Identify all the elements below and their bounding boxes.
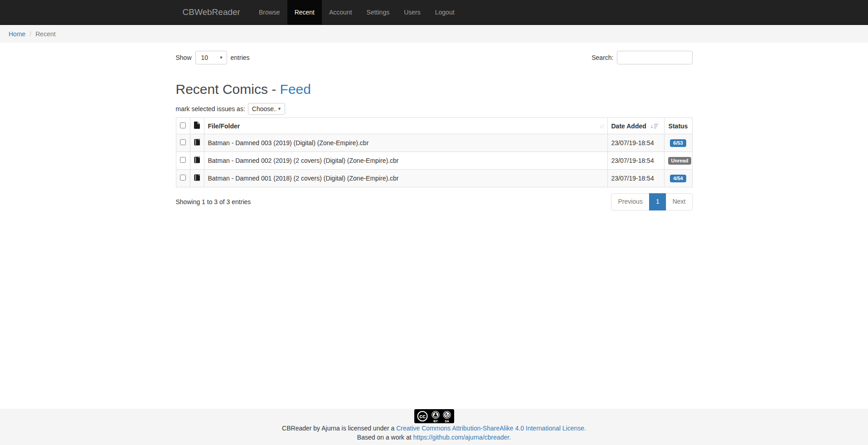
date-added: 23/07/19-18:54 [607,170,664,187]
pagination-next: Next [666,193,693,210]
nav-item-logout: Logout [428,0,462,24]
page-size-select-wrap: 10 ▼ [195,51,227,64]
main-content: Show 10 ▼ entries Search: Recent Comics … [176,43,693,409]
column-header-date-added[interactable]: Date Added ↓ [607,118,664,134]
book-icon [194,156,200,163]
table-row: Batman - Damned 002 (2019) (2 covers) (D… [176,152,692,170]
file-folder-header-label: File/Folder [208,122,240,130]
nav-link-browse[interactable]: Browse [252,0,287,24]
pagination-page-1-link[interactable]: 1 [649,193,666,210]
sort-unsorted-icon: ↓↑ [600,122,604,129]
table-toolbar: Show 10 ▼ entries Search: [176,51,693,64]
search-input[interactable] [617,51,693,64]
license-line: CBReader by Ajurna is licensed under a C… [282,425,586,432]
mark-selected-label: mark selected issues as: [176,105,245,112]
pagination-page-1: 1 [650,193,666,210]
column-header-status: Status [664,118,692,134]
breadcrumb: Home / Recent [0,25,868,43]
mark-select-wrap: Choose... ▼ [248,103,285,115]
row-checkbox[interactable] [180,139,186,145]
pagination-next-link[interactable]: Next [666,193,693,210]
search-control: Search: [592,51,692,64]
github-link[interactable]: https://github.com/ajurna/cbreader. [413,434,511,441]
nav-item-users: Users [397,0,428,24]
svg-text:cc: cc [419,413,426,420]
nav-item-recent: Recent [287,0,322,24]
file-name[interactable]: Batman - Damned 002 (2019) (2 covers) (D… [204,152,607,170]
footer: cc BY ↻ SA CBReader by Ajurna is license… [0,409,868,445]
select-all-header [176,118,190,134]
nav-menu: Browse Recent Account Settings Users Log… [252,0,462,24]
file-name[interactable]: Batman - Damned 003 (2019) (Digital) (Zo… [204,134,607,152]
pagination-previous: Previous [611,193,649,210]
date-added-header-label: Date Added [611,122,646,130]
date-added: 23/07/19-18:54 [607,134,664,152]
file-type-header [190,118,204,134]
source-line: Based on a work at https://github.com/aj… [357,434,511,441]
page-size-select[interactable]: 10 [195,51,227,64]
date-added: 23/07/19-18:54 [607,152,664,170]
nav-link-recent[interactable]: Recent [287,0,322,24]
svg-text:↻: ↻ [445,412,449,418]
license-text: CBReader by Ajurna is licensed under a [282,425,396,432]
svg-text:BY: BY [433,420,438,423]
search-label: Search: [592,54,613,61]
show-label: Show [176,54,192,61]
nav-link-settings[interactable]: Settings [359,0,397,24]
file-icon [194,122,200,129]
book-icon [194,139,200,146]
cc-by-sa-icon: cc BY ↻ SA [414,409,454,423]
feed-link[interactable]: Feed [280,82,311,97]
navbar-container: CBWebReader Browse Recent Account Settin… [169,0,699,24]
table-info: Showing 1 to 3 of 3 entries [176,198,251,205]
status-badge: Unread [668,157,692,165]
breadcrumb-separator: / [29,30,31,38]
page-size-control: Show 10 ▼ entries [176,51,250,64]
column-header-file-folder[interactable]: File/Folder ↓↑ [204,118,607,134]
comics-table: File/Folder ↓↑ Date Added ↓ Status [176,117,693,187]
table-row: Batman - Damned 003 (2019) (Digital) (Zo… [176,134,692,152]
page-title-text: Recent Comics - [176,82,280,97]
table-row: Batman - Damned 001 (2018) (2 covers) (D… [176,170,692,187]
source-text: Based on a work at [357,434,413,441]
pagination: Previous 1 Next [611,193,692,210]
table-footer: Showing 1 to 3 of 3 entries Previous 1 N… [176,193,693,210]
mark-selected-control: mark selected issues as: Choose... ▼ [176,103,693,115]
nav-link-account[interactable]: Account [322,0,359,24]
nav-item-browse: Browse [252,0,287,24]
brand[interactable]: CBWebReader [176,0,247,24]
mark-select[interactable]: Choose... [248,103,285,115]
table-header-row: File/Folder ↓↑ Date Added ↓ Status [176,118,692,134]
pagination-previous-link[interactable]: Previous [611,193,649,210]
nav-link-users[interactable]: Users [397,0,428,24]
select-all-checkbox[interactable] [180,122,186,128]
status-badge: 6/53 [670,139,686,147]
cc-license-badge[interactable]: cc BY ↻ SA [414,409,454,423]
nav-link-logout[interactable]: Logout [428,0,462,24]
row-checkbox[interactable] [180,157,186,163]
navbar: CBWebReader Browse Recent Account Settin… [0,0,868,25]
cc-license-link[interactable]: Creative Commons Attribution-ShareAlike … [396,425,586,432]
file-name[interactable]: Batman - Damned 001 (2018) (2 covers) (D… [204,170,607,187]
row-checkbox[interactable] [180,175,186,181]
nav-item-account: Account [322,0,359,24]
svg-text:SA: SA [445,420,449,423]
breadcrumb-current: Recent [35,30,55,38]
book-icon [194,174,200,181]
nav-item-settings: Settings [359,0,397,24]
page-title: Recent Comics - Feed [176,82,693,97]
sort-descending-icon: ↓ [650,122,659,129]
entries-label: entries [231,54,250,61]
status-badge: 4/54 [670,175,686,182]
breadcrumb-home-link[interactable]: Home [9,30,25,38]
